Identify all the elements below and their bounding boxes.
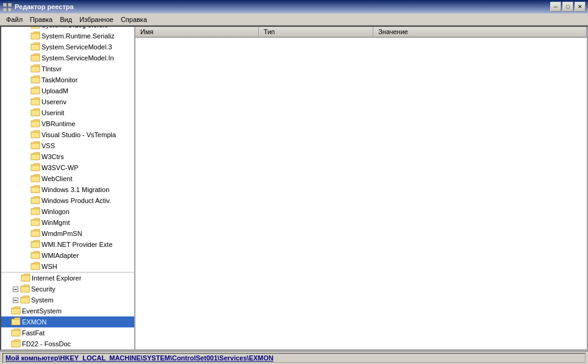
folder-icon-wrap	[30, 53, 40, 63]
tree-label: Tlntsvr	[41, 65, 62, 73]
folder-icon-wrap	[30, 97, 40, 107]
folder-icon	[30, 174, 40, 182]
tree-item-userinit[interactable]: Userinit	[1, 107, 134, 118]
expander-icon[interactable]: −	[13, 298, 18, 303]
tree-label: Internet Explorer	[32, 274, 81, 282]
col-type[interactable]: Тип	[259, 27, 373, 37]
folder-icon	[30, 229, 40, 237]
tree-item-fd22fossdoc[interactable]: FD22 - FossDoc	[1, 338, 134, 349]
status-bar: Мой компьютер\HKEY_LOCAL_MACHINE\SYSTEM\…	[0, 351, 588, 364]
tree-label: WSH	[41, 263, 57, 270]
col-name[interactable]: Имя	[135, 27, 259, 37]
folder-icon-wrap	[30, 251, 40, 260]
folder-icon	[30, 27, 40, 29]
folder-icon-wrap	[11, 306, 21, 316]
tree-item-w3svcwp[interactable]: W3SVC-WP	[1, 162, 134, 173]
tree-label: VSS	[41, 142, 55, 149]
tree-item-exmon[interactable]: EXMON	[1, 316, 134, 327]
folder-icon-wrap	[30, 31, 40, 41]
tree-item-systemruntime[interactable]: System.Runtime.Serializ	[1, 30, 134, 41]
tree-item-uploadm[interactable]: UploadM	[1, 85, 134, 96]
minimize-button[interactable]: ─	[550, 2, 561, 12]
tree-item-wmiadapter[interactable]: WMIAdapter	[1, 250, 134, 261]
tree-label: FD22 - FossDoc	[22, 340, 71, 348]
tree-label: Userenv	[41, 98, 66, 105]
tree-panel[interactable]: SysmonLog System.IdentityModel.S System.…	[1, 27, 135, 349]
tree-label: FastFat	[22, 329, 45, 337]
folder-icon	[30, 251, 40, 259]
tree-item-security[interactable]: − Security	[1, 284, 134, 294]
folder-icon	[30, 141, 40, 149]
folder-icon	[30, 130, 40, 138]
folder-icon-wrap	[30, 130, 40, 140]
tree-label: Windows 3.1 Migration	[41, 186, 109, 193]
tree-label: System.ServiceModel.In	[41, 54, 114, 62]
app-icon	[2, 2, 12, 12]
tree-label: Userinit	[41, 109, 64, 116]
menu-file[interactable]: Файл	[2, 15, 26, 24]
tree-item-wsh[interactable]: WSH	[1, 261, 134, 272]
folder-icon	[30, 240, 40, 248]
tree-item-taskmonitor[interactable]: TaskMonitor	[1, 74, 134, 85]
tree-item-webclient[interactable]: WebClient	[1, 173, 134, 184]
tree-item-tlntsvr[interactable]: Tlntsvr	[1, 63, 134, 74]
folder-icon	[30, 207, 40, 215]
tree-item-system[interactable]: − System	[1, 294, 134, 305]
tree-item-internetexplorer[interactable]: Internet Explorer	[1, 273, 134, 284]
folder-icon-wrap	[20, 284, 30, 294]
tree-label: Security	[31, 285, 56, 293]
tree-label: System.Runtime.Serializ	[41, 32, 115, 40]
tree-item-vbruntime[interactable]: VBRuntime	[1, 118, 134, 129]
tree-label: Winlogon	[41, 208, 70, 215]
folder-icon-wrap	[30, 75, 40, 85]
tree-item-vss[interactable]: VSS	[1, 140, 134, 151]
tree-label: System.IO.Log 3.0.0.0	[41, 27, 108, 29]
tree-item-visualstudio[interactable]: Visual Studio - VsTempla	[1, 129, 134, 140]
tree-item-userenv[interactable]: Userenv	[1, 96, 134, 107]
tree-item-winmgmt[interactable]: WinMgmt	[1, 217, 134, 228]
maximize-button[interactable]: □	[562, 2, 573, 12]
tree-item-systemservicemodel2[interactable]: System.ServiceModel.In	[1, 52, 134, 63]
tree-label: WMIAdapter	[41, 252, 79, 259]
col-value[interactable]: Значение	[373, 27, 587, 37]
folder-icon	[30, 163, 40, 171]
expander-icon[interactable]: −	[13, 287, 18, 292]
folder-icon-wrap	[30, 27, 40, 30]
folder-icon	[30, 262, 40, 270]
folder-icon	[11, 306, 21, 315]
tree-item-systemservicemodel1[interactable]: System.ServiceModel.3	[1, 41, 134, 52]
menu-edit[interactable]: Правка	[26, 15, 56, 24]
folder-icon-wrap	[11, 317, 21, 327]
tree-item-fastfat[interactable]: FastFat	[1, 327, 134, 338]
menu-help[interactable]: Справка	[117, 15, 151, 24]
menu-bar: Файл Правка Вид Избранное Справка	[0, 13, 588, 26]
tree-label: WmdmPmSN	[41, 230, 82, 237]
menu-view[interactable]: Вид	[56, 15, 76, 24]
tree-item-windows31migration[interactable]: Windows 3.1 Migration	[1, 184, 134, 195]
folder-icon-wrap	[30, 86, 40, 96]
svg-rect-2	[3, 8, 7, 12]
folder-icon-wrap	[30, 119, 40, 129]
folder-icon	[30, 86, 40, 95]
values-panel[interactable]: Имя Тип Значение	[135, 27, 587, 349]
folder-icon-wrap	[11, 339, 21, 349]
title-bar-buttons: ─ □ ✕	[550, 2, 586, 12]
close-button[interactable]: ✕	[575, 2, 586, 12]
tree-item-w3ctrs[interactable]: W3Ctrs	[1, 151, 134, 162]
tree-label: TaskMonitor	[41, 76, 77, 84]
folder-icon-wrap	[30, 141, 40, 151]
tree-item-eventsystem[interactable]: EventSystem	[1, 305, 134, 316]
tree-item-windowsproduct[interactable]: Windows Product Activ.	[1, 195, 134, 206]
menu-favorites[interactable]: Избранное	[76, 15, 117, 24]
folder-icon	[11, 328, 21, 337]
folder-icon	[11, 339, 21, 348]
tree-label: VBRuntime	[41, 120, 76, 127]
tree-label: WinMgmt	[41, 219, 70, 226]
folder-icon	[30, 64, 40, 73]
tree-item-wmdmpmsn[interactable]: WmdmPmSN	[1, 228, 134, 239]
folder-icon-wrap	[30, 218, 40, 227]
tree-item-wminetprovider[interactable]: WMI.NET Provider Exte	[1, 239, 134, 250]
folder-icon-wrap	[30, 185, 40, 194]
folder-icon	[30, 119, 40, 127]
tree-item-winlogon[interactable]: Winlogon	[1, 206, 134, 217]
